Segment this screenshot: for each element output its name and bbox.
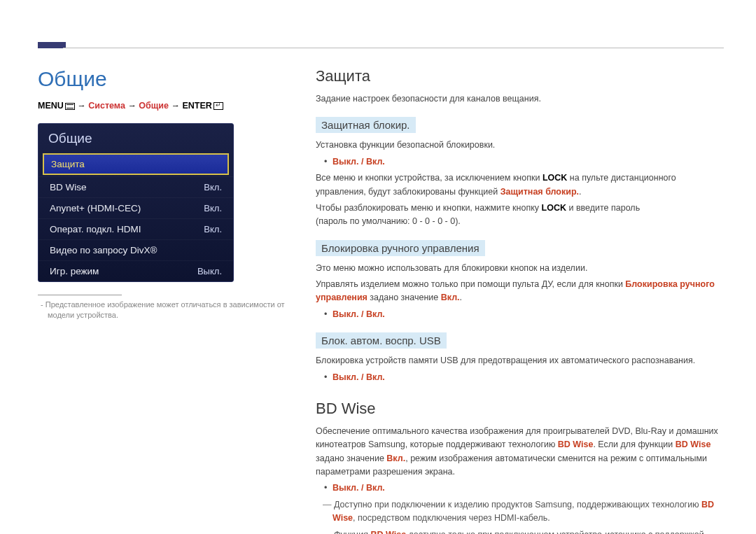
safety-lock-heading: Защитная блокир.: [316, 117, 416, 133]
breadcrumb-system: Система: [88, 101, 125, 111]
bdwise-note2: Функция BD Wise доступна только при подк…: [316, 528, 724, 535]
osd-item-label: Защита: [51, 159, 85, 169]
safety-lock-toggle: Выкл. / Вкл.: [316, 155, 724, 169]
usb-lock-toggle: Выкл. / Вкл.: [316, 371, 724, 384]
bdwise-desc: Обеспечение оптимального качества изобра…: [316, 425, 724, 479]
safety-lock-long1: Все меню и кнопки устройства, за исключе…: [316, 171, 724, 199]
manual-lock-line1: Это меню можно использовать для блокиров…: [316, 262, 724, 275]
usb-lock-line1: Блокировка устройств памяти USB для пред…: [316, 354, 724, 367]
osd-item-game-mode[interactable]: Игр. режим Выкл.: [38, 260, 233, 281]
security-intro: Задание настроек безопасности для канало…: [316, 92, 724, 106]
osd-item-label: Игр. режим: [50, 266, 99, 276]
footnote-rule: [38, 295, 122, 295]
osd-menu: Общие Защита BD Wise Вкл. Anynet+ (HDMI-…: [38, 123, 234, 282]
osd-item-label: BD Wise: [50, 182, 87, 192]
safety-lock-long2: Чтобы разблокировать меню и кнопки, нажм…: [316, 202, 724, 229]
osd-item-label: Операт. подкл. HDMI: [50, 224, 141, 234]
bdwise-toggle: Выкл. / Вкл.: [316, 482, 724, 495]
osd-item-label: Anynet+ (HDMI-CEC): [50, 203, 141, 213]
manual-lock-line2: Управлять изделием можно только при помо…: [316, 278, 724, 305]
osd-item-bdwise[interactable]: BD Wise Вкл.: [38, 176, 233, 197]
osd-item-security[interactable]: Защита: [43, 153, 229, 175]
osd-item-label: Видео по запросу DivX®: [50, 245, 157, 255]
osd-item-value: Вкл.: [204, 224, 222, 234]
usb-lock-heading: Блок. автом. воспр. USB: [316, 332, 447, 349]
breadcrumb: MENU → Система → Общие → ENTER: [38, 101, 286, 111]
bdwise-heading: BD Wise: [316, 400, 724, 418]
header-rule: [63, 48, 724, 48]
manual-lock-heading: Блокировка ручного управления: [316, 240, 485, 256]
header-accent: [38, 42, 66, 48]
osd-item-value: Вкл.: [204, 203, 222, 213]
safety-lock-desc: Установка функции безопасной блокировки.: [316, 139, 724, 152]
image-disclaimer: Представленное изображение может отличат…: [38, 300, 286, 321]
osd-item-divx[interactable]: Видео по запросу DivX®: [38, 239, 233, 260]
osd-item-value: Выкл.: [197, 266, 222, 276]
security-heading: Защита: [316, 67, 724, 85]
breadcrumb-menu: MENU: [38, 101, 64, 111]
enter-icon: [214, 102, 223, 110]
osd-item-value: Вкл.: [204, 182, 222, 192]
page-title: Общие: [38, 67, 286, 91]
osd-title: Общие: [38, 124, 233, 152]
osd-item-anynet[interactable]: Anynet+ (HDMI-CEC) Вкл.: [38, 197, 233, 218]
menu-icon: [65, 103, 75, 110]
osd-item-hdmi-hotplug[interactable]: Операт. подкл. HDMI Вкл.: [38, 218, 233, 239]
manual-lock-toggle: Выкл. / Вкл.: [316, 308, 724, 321]
breadcrumb-enter: ENTER: [182, 101, 211, 111]
breadcrumb-general: Общие: [139, 101, 169, 111]
bdwise-note1: Доступно при подключении к изделию проду…: [316, 498, 724, 526]
